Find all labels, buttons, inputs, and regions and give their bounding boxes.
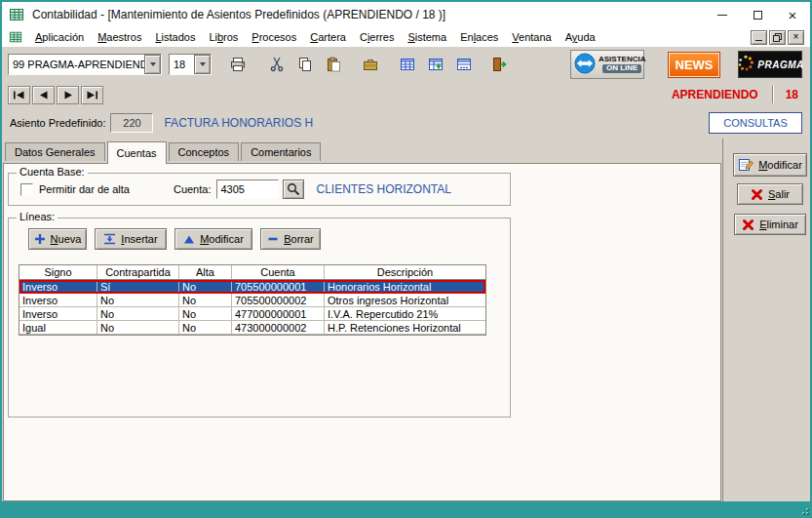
- cell-descripcion: Honorarios Horizontal: [325, 280, 485, 293]
- cell-contrapartida: Sí: [97, 280, 179, 293]
- column-header-contrapartida[interactable]: Contrapartida: [97, 265, 179, 279]
- tab-comentarios[interactable]: Comentarios: [241, 142, 321, 161]
- vcr-buttons: [8, 86, 103, 104]
- chevron-down-icon[interactable]: [144, 55, 161, 74]
- cell-cuenta: 705500000001: [232, 280, 325, 293]
- cell-descripcion: Otros ingresos Horizontal: [325, 294, 485, 306]
- new-icon: [34, 233, 46, 245]
- column-header-descripcion[interactable]: Descripción: [325, 265, 485, 279]
- lineas-nueva-label: Nueva: [51, 233, 82, 245]
- mdi-child-icon: [9, 30, 22, 44]
- record-navigator-bar: APRENDIENDO 18: [2, 82, 810, 107]
- cell-signo: Inverso: [19, 307, 97, 320]
- menu-item-enlaces[interactable]: Enlaces: [453, 29, 505, 45]
- exercise-combo[interactable]: 18: [169, 54, 212, 75]
- menu-item-sistema[interactable]: Sistema: [401, 29, 453, 45]
- exit-app-icon[interactable]: [486, 52, 512, 77]
- maximize-button[interactable]: [740, 2, 775, 27]
- cell-contrapartida: No: [97, 321, 179, 334]
- application-window: Contabilidad - [Mantenimiento de Asiento…: [0, 0, 812, 518]
- nav-prev-button[interactable]: [32, 86, 55, 104]
- cell-descripcion: H.P. Retenciones Horizontal: [325, 321, 485, 334]
- pragma-logo-button[interactable]: PRAGMA: [738, 51, 802, 78]
- lineas-nueva-button[interactable]: Nueva: [28, 228, 87, 250]
- consultas-label: CONSULTAS: [723, 117, 788, 129]
- mdi-close-button[interactable]: ×: [788, 30, 804, 45]
- mdi-restore-button[interactable]: [769, 30, 786, 45]
- tab-datos-generales[interactable]: Datos Generales: [5, 142, 105, 161]
- cell-cuenta: 477000000001: [232, 307, 325, 320]
- lineas-modificar-button[interactable]: Modificar: [174, 228, 252, 250]
- table-insert-icon[interactable]: [423, 52, 448, 77]
- lineas-insertar-button[interactable]: Insertar: [95, 228, 167, 250]
- mdi-minimize-button[interactable]: [751, 30, 767, 45]
- cell-alta: No: [179, 294, 232, 306]
- column-header-alta[interactable]: Alta: [179, 265, 232, 279]
- tab-cuentas[interactable]: Cuentas: [107, 141, 167, 164]
- printer-icon[interactable]: [225, 52, 251, 77]
- tab-conceptos[interactable]: Conceptos: [169, 142, 240, 161]
- table-row-1-selected[interactable]: InversoSíNo705500000001Honorarios Horizo…: [19, 280, 485, 294]
- news-label: NEWS: [676, 58, 714, 72]
- menu-item-libros[interactable]: Libros: [202, 29, 245, 45]
- titlebar: Contabilidad - [Mantenimiento de Asiento…: [2, 2, 810, 27]
- table-row-4[interactable]: IgualNoNo473000000002H.P. Retenciones Ho…: [19, 321, 485, 335]
- delete-minus-icon: [267, 233, 279, 245]
- tab-page-cuentas: Cuenta Base: Permitir dar de alta Cuenta…: [3, 163, 721, 501]
- tabstrip: Datos GeneralesCuentasConceptosComentari…: [5, 142, 323, 163]
- nav-first-button[interactable]: [8, 86, 30, 104]
- menu-item-procesos[interactable]: Procesos: [245, 29, 303, 45]
- cut-icon[interactable]: [264, 52, 290, 77]
- lineas-borrar-button[interactable]: Borrar: [260, 228, 321, 250]
- table-view-icon[interactable]: [395, 52, 420, 77]
- pragma-label: PRAGMA: [757, 60, 803, 70]
- online-label: ON LINE: [602, 64, 641, 73]
- news-button[interactable]: NEWS: [668, 52, 720, 78]
- menu-item-listados[interactable]: Listados: [148, 29, 202, 45]
- modificar-button[interactable]: Modificar: [733, 153, 807, 177]
- cell-cuenta: 473000000002: [232, 321, 325, 334]
- consultas-button[interactable]: CONSULTAS: [709, 112, 802, 134]
- lineas-insertar-label: Insertar: [121, 233, 157, 245]
- cell-alta: No: [179, 280, 232, 293]
- eliminar-button[interactable]: Eliminar: [734, 214, 806, 235]
- menu-item-aplicacion[interactable]: Aplicación: [28, 29, 91, 45]
- table-row-2[interactable]: InversoNoNo705500000002Otros ingresos Ho…: [19, 294, 485, 307]
- resize-grip[interactable]: [799, 505, 809, 515]
- edit-page-icon: [738, 157, 754, 173]
- search-button[interactable]: [283, 179, 304, 199]
- menu-item-cartera[interactable]: Cartera: [303, 29, 353, 45]
- toolbar-icons: [212, 52, 512, 77]
- column-header-signo[interactable]: Signo: [19, 265, 97, 279]
- briefcase-icon[interactable]: [358, 52, 383, 77]
- menu-item-ayuda[interactable]: Ayuda: [559, 29, 602, 45]
- table-row-3[interactable]: InversoNoNo477000000001I.V.A. Repercutid…: [19, 307, 485, 321]
- column-header-cuenta[interactable]: Cuenta: [232, 265, 325, 279]
- cuenta-base-group-label: Cuenta Base:: [17, 166, 88, 178]
- lineas-group: Líneas: NuevaInsertarModificarBorrar Sig…: [8, 218, 511, 418]
- permitir-dar-de-alta-checkbox[interactable]: [20, 183, 33, 196]
- chevron-down-icon[interactable]: [194, 55, 211, 74]
- minimize-button[interactable]: [705, 2, 740, 27]
- copy-icon[interactable]: [292, 52, 318, 77]
- nav-last-button[interactable]: [81, 86, 103, 104]
- close-button[interactable]: ×: [775, 2, 810, 27]
- cell-contrapartida: No: [97, 307, 179, 320]
- cell-signo: Inverso: [19, 294, 97, 306]
- cuenta-input[interactable]: [216, 179, 279, 199]
- salir-button[interactable]: Salir: [737, 183, 803, 205]
- cuenta-description: CLIENTES HORIZONTAL: [316, 182, 450, 196]
- menu-item-cierres[interactable]: Cierres: [353, 29, 401, 45]
- modify-up-icon: [183, 234, 195, 245]
- paste-icon[interactable]: [321, 52, 346, 77]
- company-combo[interactable]: 99 PRAGMA-APRENDIENDO: [8, 54, 162, 75]
- asistencia-online-button[interactable]: ASISTENCIA ON LINE: [570, 50, 644, 79]
- asiento-predefinido-label: Asiento Predefinido:: [10, 117, 105, 129]
- asiento-description: FACTURA HONORARIOS H: [164, 116, 313, 130]
- menu-item-ventana[interactable]: Ventana: [505, 29, 558, 45]
- nav-next-button[interactable]: [57, 86, 79, 104]
- cuenta-label: Cuenta:: [174, 183, 212, 195]
- menu-item-maestros[interactable]: Maestros: [91, 29, 148, 45]
- table-list-icon[interactable]: [451, 52, 477, 77]
- record-bar: Asiento Predefinido: 220 FACTURA HONORAR…: [2, 107, 810, 139]
